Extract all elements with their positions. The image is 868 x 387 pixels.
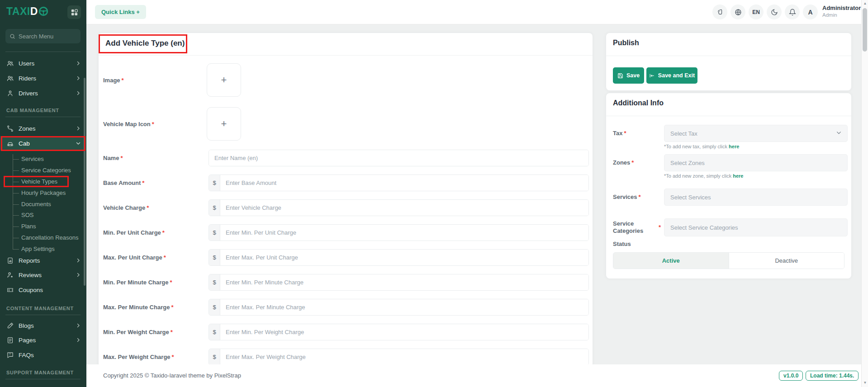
field-label-text: Image bbox=[103, 77, 120, 84]
field-label-text: Vehicle Charge bbox=[103, 204, 145, 211]
required-asterisk: * bbox=[639, 194, 641, 201]
required-asterisk: * bbox=[171, 329, 173, 335]
required-asterisk: * bbox=[152, 121, 154, 127]
tax-select[interactable]: Select Tax bbox=[664, 125, 848, 142]
page-scrollbar-thumb[interactable] bbox=[863, 8, 867, 52]
sidebar-item-reviews[interactable]: Reviews bbox=[0, 268, 86, 282]
max-per-unit-charge-input[interactable] bbox=[220, 250, 588, 265]
max-per-weight-charge-input[interactable] bbox=[220, 349, 588, 365]
additional-info-card: Additional Info Tax*Select Tax*To add ne… bbox=[606, 93, 851, 278]
save-button[interactable]: Save bbox=[613, 67, 644, 84]
sidebar-item-label: Drivers bbox=[19, 90, 38, 97]
bell-icon bbox=[789, 9, 796, 16]
search-input[interactable] bbox=[19, 33, 73, 40]
additional-row-tax: Tax*Select Tax bbox=[606, 125, 851, 142]
image-upload-box[interactable]: + bbox=[207, 63, 241, 97]
avatar-initial: A bbox=[808, 9, 812, 16]
field-label-text: Min. Per Unit Charge bbox=[103, 229, 161, 236]
additional-row-services: Services*Select Services bbox=[606, 189, 851, 206]
min-per-minute-charge-input[interactable] bbox=[220, 274, 588, 290]
status-deactive-option[interactable]: Deactive bbox=[729, 253, 844, 269]
save-and-exit-button[interactable]: Save and Exit bbox=[646, 67, 697, 84]
moon-icon bbox=[771, 9, 778, 16]
divider bbox=[5, 315, 81, 315]
sidebar-item-pages[interactable]: Pages bbox=[0, 333, 86, 347]
sidebar-search[interactable] bbox=[5, 29, 81, 43]
floppy-save-icon bbox=[617, 73, 623, 79]
app-logo[interactable]: TAXID bbox=[6, 5, 48, 18]
select-placeholder: Select Tax bbox=[670, 130, 697, 137]
sidebar-toggle-button[interactable] bbox=[67, 5, 81, 19]
globe-icon bbox=[735, 9, 742, 16]
hint-here-link[interactable]: here bbox=[733, 173, 743, 179]
min-per-weight-charge-input-group: $ bbox=[209, 324, 589, 340]
hint-here-link[interactable]: here bbox=[729, 144, 739, 149]
scroll-up-arrow[interactable]: ▲ bbox=[862, 1, 868, 5]
required-asterisk: * bbox=[147, 204, 149, 211]
min-per-weight-charge-input[interactable] bbox=[220, 324, 588, 340]
user-menu[interactable]: Administrator Admin bbox=[822, 5, 863, 18]
sidebar-item-cab[interactable]: Cab bbox=[0, 136, 86, 151]
form-row-vehicle-charge: Vehicle Charge*$ bbox=[103, 199, 591, 216]
quick-links-button[interactable]: Quick Links + bbox=[95, 5, 146, 19]
sidebar: TAXID UsersRidersDriversCAB MANAGEMENTZo… bbox=[0, 0, 86, 387]
sidebar-item-riders[interactable]: Riders bbox=[0, 71, 86, 85]
notifications-button[interactable] bbox=[785, 5, 800, 19]
name-input[interactable] bbox=[209, 150, 588, 166]
sidebar-scrollbar-thumb[interactable] bbox=[84, 78, 85, 286]
service-categories-select[interactable]: Select Service Categories bbox=[664, 218, 848, 236]
users-icon bbox=[6, 60, 14, 67]
sidebar-item-faqs[interactable]: ?FAQs bbox=[0, 348, 86, 362]
translate-button[interactable] bbox=[730, 5, 745, 19]
avatar[interactable]: A bbox=[803, 5, 818, 19]
sidebar-item-zones[interactable]: Zones bbox=[0, 121, 86, 136]
copyright-text: Copyright 2025 © Taxido-laravel theme by… bbox=[103, 364, 241, 387]
plus-icon: + bbox=[221, 74, 227, 86]
currency-prefix: $ bbox=[209, 175, 220, 191]
steering-wheel-icon bbox=[38, 6, 48, 16]
required-asterisk: * bbox=[170, 279, 172, 286]
currency-prefix: $ bbox=[209, 274, 220, 290]
max-per-unit-charge-input-group: $ bbox=[209, 249, 589, 266]
chevron-right-icon bbox=[76, 258, 81, 263]
page-scrollbar[interactable]: ▲ ▼ bbox=[861, 0, 868, 387]
field-label: Min. Per Weight Charge* bbox=[103, 324, 205, 340]
min-per-unit-charge-input[interactable] bbox=[220, 225, 588, 241]
services-select[interactable]: Select Services bbox=[664, 189, 848, 206]
dark-mode-button[interactable] bbox=[767, 5, 782, 19]
field-label-text: Services bbox=[613, 194, 637, 201]
field-label: Max. Per Weight Charge* bbox=[103, 349, 205, 365]
status-active-option[interactable]: Active bbox=[613, 253, 729, 269]
sidebar-subitem-label: SOS bbox=[21, 212, 33, 218]
add-vehicle-type-card: Add Vehicle Type (en) Image*+Vehicle Map… bbox=[99, 33, 593, 367]
sidebar-item-drivers[interactable]: Drivers bbox=[0, 86, 86, 100]
sidebar-item-users[interactable]: Users bbox=[0, 56, 86, 71]
vehicle-charge-input[interactable] bbox=[220, 200, 588, 216]
plus-icon: + bbox=[221, 118, 227, 130]
vehicle-charge-input-group: $ bbox=[209, 199, 589, 216]
sidebar-item-coupons[interactable]: Coupons bbox=[0, 283, 86, 297]
language-button[interactable]: EN bbox=[749, 5, 764, 19]
vehicle-map-icon-upload-box[interactable]: + bbox=[207, 107, 241, 141]
required-asterisk: * bbox=[142, 179, 144, 186]
sidebar-item-blogs[interactable]: Blogs bbox=[0, 318, 86, 333]
scroll-down-arrow[interactable]: ▼ bbox=[862, 381, 868, 385]
field-label-text: Min. Per Minute Charge bbox=[103, 279, 168, 286]
field-label: Min. Per Minute Charge* bbox=[103, 274, 205, 291]
form-row-min-per-minute-charge: Min. Per Minute Charge*$ bbox=[103, 274, 591, 291]
form-row-vehicle-map-icon: Vehicle Map Icon*+ bbox=[103, 107, 591, 141]
logo-text-taxi: TAXI bbox=[6, 5, 30, 18]
sidebar-item-label: FAQs bbox=[19, 352, 34, 359]
user-role: Admin bbox=[822, 12, 863, 18]
sidebar-item-label: Users bbox=[19, 60, 34, 67]
sidebar-item-reports[interactable]: Reports bbox=[0, 253, 86, 268]
chevron-right-icon bbox=[76, 76, 81, 81]
max-per-minute-charge-input[interactable] bbox=[220, 299, 588, 315]
field-label: Name* bbox=[103, 150, 205, 166]
sidebar-subitem-label: Hourly Packages bbox=[21, 189, 66, 196]
footer: Copyright 2025 © Taxido-laravel theme by… bbox=[86, 364, 861, 387]
theme-customizer-button[interactable] bbox=[712, 5, 727, 19]
base-amount-input[interactable] bbox=[220, 175, 588, 191]
field-label-text: Min. Per Weight Charge bbox=[103, 329, 169, 335]
zones-select[interactable]: Select Zones bbox=[664, 154, 848, 171]
